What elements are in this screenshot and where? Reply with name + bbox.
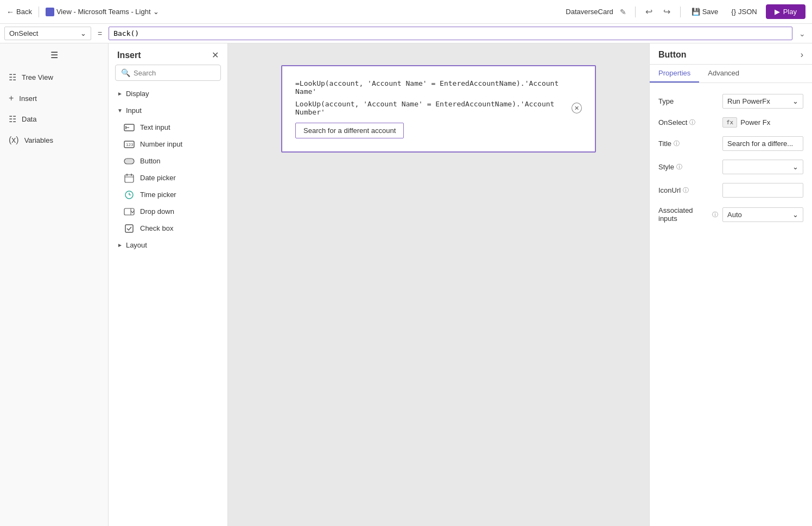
right-panel-header: Button › (650, 43, 812, 65)
sidebar-item-data[interactable]: ☷ Data (0, 109, 108, 130)
canvas-card: =LookUp(account, 'Account Name' = Entere… (281, 65, 596, 153)
json-label: JSON (738, 8, 757, 16)
insert-panel-title: Insert (117, 50, 141, 60)
svg-rect-5 (124, 159, 134, 164)
iconurl-text-display[interactable] (722, 183, 803, 198)
menu-item-number-input[interactable]: 123 Number input (109, 136, 227, 153)
input-section-header[interactable]: ▼ Input (109, 102, 227, 119)
type-dropdown-chevron: ⌄ (792, 97, 798, 105)
menu-item-time-picker[interactable]: Time picker (109, 186, 227, 203)
associated-info-icon[interactable]: ⓘ (712, 211, 718, 219)
right-panel: Button › Properties Advanced Type Run Po… (649, 43, 812, 526)
insert-icon: + (9, 93, 14, 103)
hamburger-button[interactable]: ☰ (0, 43, 108, 67)
insert-panel-close-button[interactable]: ✕ (212, 50, 219, 60)
property-selector[interactable]: OnSelect ⌄ (4, 27, 91, 40)
onselect-info-icon[interactable]: ⓘ (689, 118, 695, 126)
check-box-icon (124, 225, 135, 232)
save-button[interactable]: 💾 Save (687, 5, 723, 18)
style-info-icon[interactable]: ⓘ (676, 163, 682, 171)
tab-properties-label: Properties (658, 69, 690, 77)
button-icon (124, 157, 135, 165)
prop-label-title-text: Title (658, 140, 671, 148)
canvas-lookup-row: LookUp(account, 'Account Name' = Entered… (295, 100, 582, 116)
teams-icon (46, 8, 54, 16)
menu-item-date-picker[interactable]: Date picker (109, 169, 227, 186)
save-icon: 💾 (692, 8, 700, 16)
prop-label-associated-text: Associated inputs (658, 206, 710, 223)
sidebar-item-insert[interactable]: + Insert (0, 88, 108, 109)
json-icon: {} (731, 8, 736, 16)
insert-search-box[interactable]: 🔍 (115, 65, 221, 81)
redo-button[interactable]: ↪ (660, 4, 674, 19)
menu-item-time-picker-label: Time picker (140, 191, 176, 199)
style-dropdown-chevron: ⌄ (792, 163, 798, 171)
iconurl-info-icon[interactable]: ⓘ (683, 186, 689, 194)
style-dropdown[interactable]: ⌄ (722, 160, 803, 174)
display-chevron-icon: ► (117, 91, 123, 97)
undo-button[interactable]: ↩ (642, 4, 656, 19)
view-selector-button[interactable]: View - Microsoft Teams - Light ⌄ (46, 8, 159, 16)
prop-value-style: ⌄ (722, 160, 803, 174)
formula-bar: OnSelect ⌄ = ⌄ (0, 24, 812, 43)
json-button[interactable]: {} JSON (727, 5, 761, 18)
left-nav: ☰ ☷ Tree View + Insert ☷ Data (x) Variab… (0, 43, 109, 526)
divider-1 (39, 7, 39, 17)
prop-label-iconurl-text: IconUrl (658, 186, 681, 194)
display-section-header[interactable]: ► Display (109, 85, 227, 102)
view-selector-label: View - Microsoft Teams - Light (56, 8, 151, 16)
prop-value-associated: Auto ⌄ (722, 207, 803, 222)
canvas-close-button[interactable]: ✕ (572, 103, 582, 113)
canvas-search-button[interactable]: Search for a different account (295, 123, 404, 138)
sidebar-item-tree-view[interactable]: ☷ Tree View (0, 67, 108, 88)
divider-3 (680, 7, 681, 17)
prop-label-iconurl: IconUrl ⓘ (658, 186, 718, 194)
layout-section-header[interactable]: ► Layout (109, 237, 227, 254)
sidebar-item-label-data: Data (22, 115, 36, 123)
edit-card-name-button[interactable]: ✎ (618, 5, 629, 18)
svg-rect-6 (125, 175, 134, 182)
main-layout: ☰ ☷ Tree View + Insert ☷ Data (x) Variab… (0, 43, 812, 526)
menu-item-text-input[interactable]: Text input (109, 119, 227, 136)
menu-item-text-input-label: Text input (140, 123, 170, 131)
onselect-fx-value: Power Fx (740, 118, 770, 126)
menu-item-check-box[interactable]: Check box (109, 220, 227, 237)
prop-row-style: Style ⓘ ⌄ (650, 155, 812, 179)
top-bar: ← Back View - Microsoft Teams - Light ⌄ … (0, 0, 812, 24)
divider-2 (635, 7, 636, 17)
right-panel-next-button[interactable]: › (801, 50, 803, 60)
associated-dropdown[interactable]: Auto ⌄ (722, 207, 803, 222)
back-button[interactable]: ← Back (7, 8, 32, 16)
prop-value-title: Search for a differe... (722, 136, 803, 151)
type-dropdown[interactable]: Run PowerFx ⌄ (722, 94, 803, 109)
canvas-lookup-text2: LookUp(account, 'Account Name' = Entered… (295, 100, 567, 116)
formula-input[interactable] (109, 27, 792, 40)
title-text-display[interactable]: Search for a differe... (722, 136, 803, 151)
title-info-icon[interactable]: ⓘ (674, 140, 680, 148)
panel-content: Type Run PowerFx ⌄ OnSelect ⓘ fx (650, 83, 812, 526)
tab-properties[interactable]: Properties (650, 65, 699, 83)
property-chevron-icon: ⌄ (80, 29, 86, 37)
onselect-fx-badge: fx (722, 117, 737, 128)
insert-search-input[interactable] (134, 69, 225, 77)
panel-tabs: Properties Advanced (650, 65, 812, 83)
menu-item-drop-down[interactable]: Drop down (109, 203, 227, 220)
tree-view-icon: ☷ (9, 72, 16, 83)
formula-expand-button[interactable]: ⌄ (797, 27, 808, 40)
insert-panel: Insert ✕ 🔍 ► Display ▼ Input Text input … (109, 43, 228, 526)
canvas-lookup-text1: =LookUp(account, 'Account Name' = Entere… (295, 79, 582, 96)
play-button[interactable]: ▶ Play (766, 4, 805, 19)
menu-item-date-picker-label: Date picker (140, 174, 176, 182)
sidebar-item-variables[interactable]: (x) Variables (0, 130, 108, 150)
tab-advanced[interactable]: Advanced (699, 65, 748, 83)
back-label: Back (16, 8, 32, 16)
type-dropdown-value: Run PowerFx (727, 97, 770, 105)
menu-item-button[interactable]: Button (109, 153, 227, 169)
chevron-down-icon: ⌄ (153, 8, 159, 16)
svg-text:123: 123 (126, 142, 134, 147)
save-label: Save (702, 8, 719, 16)
prop-label-onselect-text: OnSelect (658, 118, 687, 126)
time-picker-icon (124, 191, 135, 199)
prop-label-title: Title ⓘ (658, 140, 718, 148)
prop-label-associated: Associated inputs ⓘ (658, 206, 718, 223)
